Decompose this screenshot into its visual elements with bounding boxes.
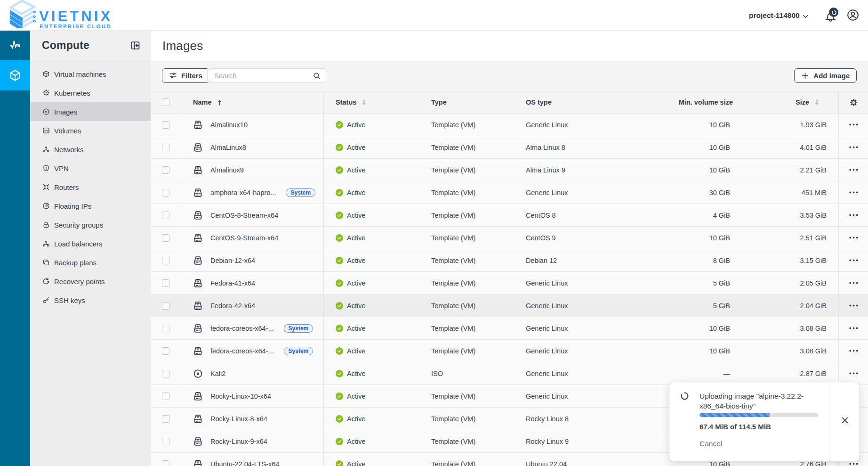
svg-text:VIETNIX: VIETNIX — [39, 8, 113, 25]
svg-text:ENTERPRISE CLOUD: ENTERPRISE CLOUD — [40, 24, 112, 29]
